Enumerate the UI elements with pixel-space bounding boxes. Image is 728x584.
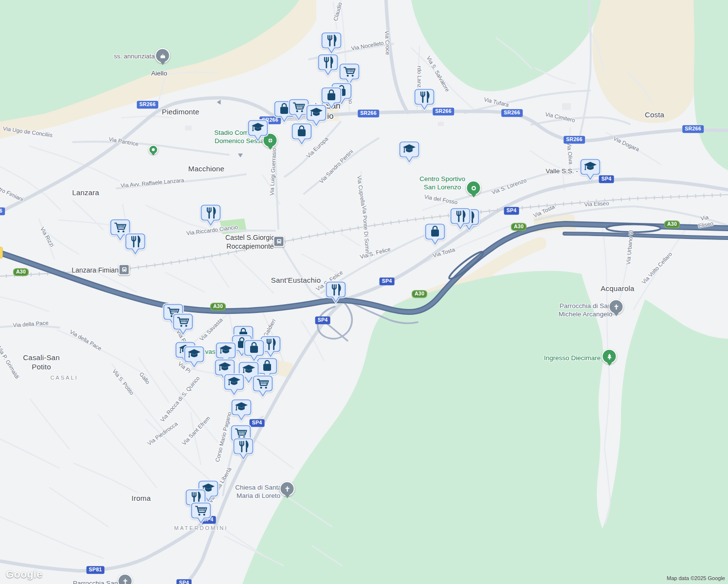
restaurant-marker[interactable] <box>414 88 435 113</box>
church-icon[interactable] <box>280 481 295 496</box>
route-badge: SP81 <box>87 566 105 574</box>
oneway-arrow-left <box>215 100 221 105</box>
grocery-marker[interactable] <box>190 502 212 527</box>
shopping-marker[interactable] <box>424 223 446 248</box>
route-badge: SP4 <box>504 207 519 215</box>
google-logo[interactable]: Google <box>6 568 42 580</box>
school-marker[interactable] <box>183 346 205 371</box>
train-station-icon[interactable] <box>119 264 130 275</box>
route-badge: A30 <box>664 220 680 228</box>
grocery-marker[interactable] <box>252 375 273 400</box>
restaurant-marker[interactable] <box>317 54 339 79</box>
route-badge: SR266 <box>137 101 158 109</box>
shopping-marker[interactable] <box>291 123 312 148</box>
restaurant-marker[interactable] <box>200 204 221 229</box>
restaurant-marker[interactable] <box>125 233 146 258</box>
school-marker[interactable] <box>223 373 245 399</box>
route-badge: SR266 <box>682 125 704 133</box>
basemap <box>0 0 728 584</box>
grocery-marker[interactable] <box>172 313 194 338</box>
route-badge: A30 <box>13 268 29 276</box>
map-attribution: Map data ©2025 Google <box>667 575 725 581</box>
school-marker[interactable] <box>580 158 601 183</box>
poi-dot-icon[interactable] <box>148 145 158 155</box>
route-badge: SR266 <box>0 207 5 215</box>
route-badge: Castel S. Giorgio <box>0 247 2 258</box>
map-canvas[interactable]: AielloPiedimonteMacchioneLanzaraCastel S… <box>0 0 728 584</box>
restaurant-marker[interactable] <box>233 438 254 463</box>
route-badge: A30 <box>511 223 527 231</box>
sports-centre-icon[interactable] <box>466 181 481 196</box>
monastery-icon[interactable] <box>155 48 170 63</box>
route-badge: SR266 <box>433 108 454 115</box>
route-badge: A30 <box>412 290 427 298</box>
route-badge: SP4 <box>380 277 395 285</box>
route-badge: SR266 <box>501 109 523 117</box>
route-badge: A30 <box>210 303 226 310</box>
route-badge: SR266 <box>358 110 379 117</box>
school-marker[interactable] <box>399 141 420 166</box>
park-entrance-icon[interactable] <box>602 349 617 364</box>
school-marker[interactable] <box>231 399 252 424</box>
church-icon[interactable] <box>609 299 624 314</box>
oneway-arrow-down <box>238 154 243 160</box>
route-badge: SP4 <box>315 316 330 324</box>
restaurant-marker[interactable] <box>450 207 471 233</box>
school-marker[interactable] <box>247 119 269 145</box>
train-station-icon[interactable] <box>273 236 285 247</box>
restaurant-marker[interactable] <box>325 281 346 306</box>
route-badge: SP4 <box>177 579 192 584</box>
route-badge: SP4 <box>599 175 614 183</box>
route-badge: SR266 <box>564 136 585 144</box>
